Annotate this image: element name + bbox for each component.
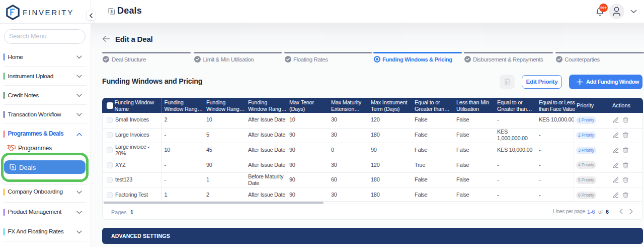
svg-text:$: $ xyxy=(110,9,113,14)
